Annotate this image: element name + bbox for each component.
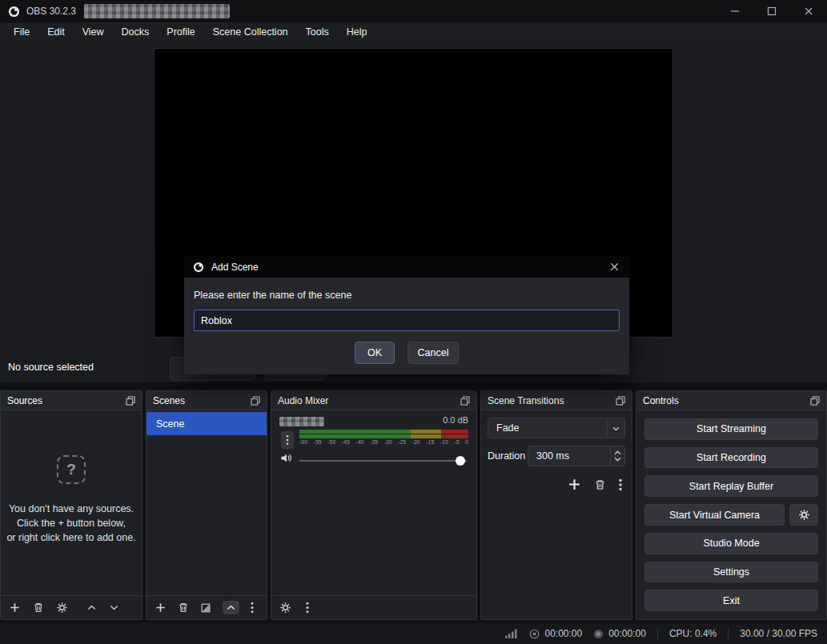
transition-more-vertical-icon[interactable] (619, 478, 622, 491)
spin-up-chevron-up-icon[interactable] (614, 450, 621, 455)
spin-down-chevron-down-icon[interactable] (614, 457, 621, 462)
menu-help[interactable]: Help (338, 22, 376, 42)
add-scene-dialog: Add Scene Please enter the name of the s… (184, 256, 629, 374)
mixer-source-more-vertical-icon[interactable] (281, 431, 294, 449)
tick-label: -35 (370, 439, 378, 445)
scenes-title: Scenes (153, 395, 185, 406)
audio-mixer-dock-header[interactable]: Audio Mixer (271, 391, 476, 410)
chevron-down-icon[interactable] (607, 418, 624, 438)
source-properties-gear-icon[interactable] (56, 602, 68, 614)
obs-logo-icon (193, 262, 204, 273)
popout-icon[interactable] (251, 396, 260, 406)
tick-label: -10 (440, 439, 448, 445)
tick-label: -20 (412, 439, 420, 445)
scene-name-prompt: Please enter the name of the scene (194, 290, 620, 301)
close-icon[interactable] (803, 6, 814, 17)
sources-empty-line: or right click here to add one. (1, 530, 142, 545)
duration-spinbox[interactable]: 300 ms (528, 446, 625, 466)
sources-dock-header[interactable]: Sources (1, 391, 142, 410)
ok-button[interactable]: OK (355, 342, 395, 364)
remove-source-trash-icon[interactable] (33, 602, 44, 614)
dock-area: Sources ? You don't have any sources. Cl… (0, 382, 827, 623)
settings-button[interactable]: Settings (644, 562, 818, 583)
tick-label: -45 (342, 439, 350, 445)
start-streaming-button[interactable]: Start Streaming (644, 418, 818, 440)
scenes-list[interactable]: Scene (147, 410, 267, 595)
status-bar: 00:00:00 00:00:00 CPU: 0.4% 30.00 / 30.0… (0, 623, 827, 644)
studio-mode-button[interactable]: Studio Mode (644, 533, 818, 554)
tick-label: -30 (383, 439, 391, 445)
popout-icon[interactable] (616, 396, 625, 406)
remove-scene-trash-icon[interactable] (178, 602, 189, 614)
move-source-up-chevron-up-icon[interactable] (86, 602, 97, 613)
start-virtual-camera-button[interactable]: Start Virtual Camera (644, 504, 785, 526)
mixer-more-vertical-icon[interactable] (306, 602, 309, 614)
record-dot-icon (529, 629, 540, 639)
tick-label: -15 (426, 439, 434, 445)
move-source-down-chevron-down-icon[interactable] (109, 602, 119, 613)
fps-readout: 30.00 / 30.00 FPS (740, 628, 817, 639)
add-transition-plus-icon[interactable] (568, 478, 581, 491)
menu-bar: File Edit View Docks Profile Scene Colle… (0, 22, 827, 42)
scenes-more-vertical-icon[interactable] (251, 602, 254, 614)
volume-slider[interactable] (299, 460, 467, 462)
add-source-plus-icon[interactable] (9, 602, 21, 614)
signal-bars-icon (504, 628, 518, 639)
controls-dock: Controls Start Streaming Start Recording… (636, 390, 827, 620)
popout-icon[interactable] (810, 396, 820, 406)
recording-timer: 00:00:00 (544, 628, 582, 639)
sources-toolbar (1, 595, 142, 619)
menu-profile[interactable]: Profile (158, 22, 203, 42)
menu-tools[interactable]: Tools (297, 22, 338, 42)
start-recording-button[interactable]: Start Recording (644, 447, 818, 469)
statusbar-divider (657, 628, 658, 639)
minimize-icon[interactable] (729, 6, 741, 17)
volume-meter-scale: -60 -55 -50 -45 -40 -35 -30 -25 -20 -15 … (299, 439, 468, 445)
menu-edit[interactable]: Edit (38, 22, 74, 42)
streaming-timer: 00:00:00 (608, 628, 646, 639)
duration-value: 300 ms (528, 450, 569, 462)
popout-icon[interactable] (460, 396, 470, 406)
audio-mixer-toolbar (271, 595, 476, 619)
volume-meter (299, 430, 468, 439)
exit-button[interactable]: Exit (644, 590, 818, 611)
tick-label: -25 (398, 439, 406, 445)
menu-scene-collection[interactable]: Scene Collection (204, 22, 297, 42)
add-scene-dialog-titlebar[interactable]: Add Scene (184, 256, 629, 278)
scene-filters-icon[interactable] (200, 602, 211, 614)
redacted-audio-source-name (279, 417, 324, 426)
sources-title: Sources (7, 395, 42, 406)
menu-file[interactable]: File (5, 22, 38, 42)
controls-title: Controls (643, 395, 679, 406)
statusbar-divider (728, 628, 729, 639)
speaker-icon[interactable] (279, 452, 292, 464)
duration-label: Duration (488, 450, 525, 462)
tick-label: 0 (465, 439, 468, 445)
sources-list[interactable]: ? You don't have any sources. Click the … (1, 410, 142, 595)
advanced-audio-gear-icon[interactable] (279, 602, 291, 614)
no-source-selected-text: No source selected (8, 362, 94, 373)
controls-dock-header[interactable]: Controls (636, 391, 826, 410)
scene-transitions-dock-header[interactable]: Scene Transitions (481, 391, 632, 410)
start-replay-buffer-button[interactable]: Start Replay Buffer (644, 475, 818, 497)
title-bar[interactable]: OBS 30.2.3 (0, 0, 827, 22)
scene-transitions-dock: Scene Transitions Fade Duration 300 ms (480, 390, 632, 620)
remove-transition-trash-icon[interactable] (594, 478, 606, 491)
scene-name-input[interactable] (194, 310, 620, 331)
move-scene-up-chevron-up-icon[interactable] (223, 601, 239, 614)
transition-select[interactable]: Fade (488, 418, 625, 438)
scenes-toolbar (147, 595, 267, 619)
menu-docks[interactable]: Docks (113, 22, 159, 42)
popout-icon[interactable] (126, 396, 135, 406)
add-scene-plus-icon[interactable] (155, 602, 167, 614)
scene-list-item-selected[interactable]: Scene (147, 412, 267, 435)
scene-transitions-body: Fade Duration 300 ms (481, 410, 632, 619)
maximize-icon[interactable] (766, 6, 777, 17)
dialog-title: Add Scene (211, 262, 259, 273)
volume-slider-handle[interactable] (456, 456, 465, 466)
virtual-camera-settings-gear-icon[interactable] (789, 504, 818, 526)
scenes-dock-header[interactable]: Scenes (147, 391, 267, 410)
menu-view[interactable]: View (74, 22, 113, 42)
cancel-button[interactable]: Cancel (407, 342, 459, 364)
dialog-close-icon[interactable] (608, 261, 620, 274)
